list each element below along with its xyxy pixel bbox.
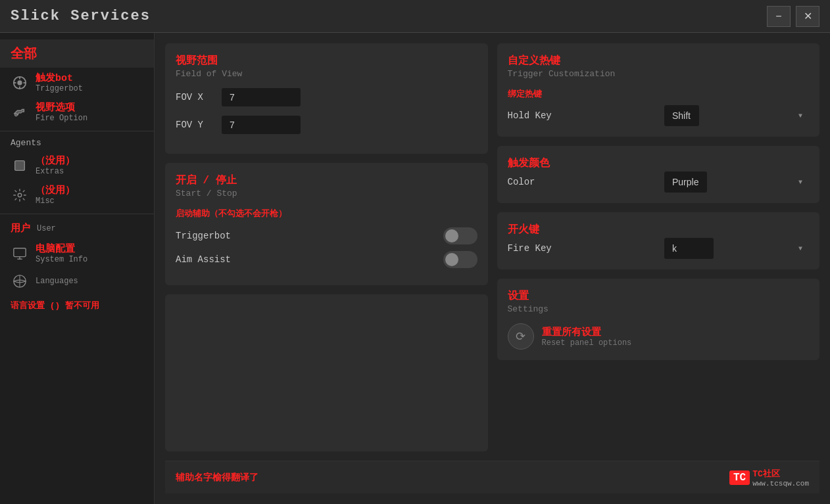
triggerbot-label-zh: 触发bot: [36, 72, 83, 84]
extras-label-en: Extras: [36, 167, 75, 176]
languages-label-en: Languages: [36, 277, 78, 286]
sidebar-item-misc-labels: （没用） Misc: [36, 184, 75, 206]
fov-x-label: FOV X: [176, 92, 215, 103]
sidebar-item-system-info-labels: 电脑配置 System Info: [36, 242, 87, 264]
aim-assist-toggle-label: Aim Assist: [176, 254, 231, 265]
fov-title-zh: 视野范围: [176, 54, 477, 68]
bottom-bar-text: 辅助名字榆得翻译了: [176, 472, 258, 484]
user-label-en: User: [37, 224, 56, 233]
gear-icon: [11, 186, 29, 204]
sidebar-user-header: 用户 User: [0, 218, 154, 239]
system-info-label-zh: 电脑配置: [36, 242, 87, 255]
monitor-icon: [11, 244, 29, 263]
misc-label-en: Misc: [36, 196, 75, 206]
target-icon: [11, 74, 29, 92]
hold-key-label: Hold Key: [508, 110, 552, 121]
fire-key-panel: 开火键 Fire Key k j l m LButton RButton: [497, 212, 820, 269]
tc-text-group: TC社区 www.tcsqw.com: [752, 468, 809, 488]
trigger-custom-panel: 自定义热键 Trigger Customization 绑定热键 Hold Ke…: [497, 43, 820, 137]
settings-title-en: Settings: [508, 304, 810, 314]
sidebar-item-triggerbot-labels: 触发bot Triggerbot: [36, 72, 83, 93]
fire-option-label-en: Fire Option: [36, 114, 87, 123]
color-row: Color Purple Red Blue Green Yellow: [508, 172, 810, 193]
fov-y-label: FOV Y: [176, 120, 215, 130]
fire-key-title-zh: 开火键: [508, 223, 810, 237]
fov-y-row: FOV Y: [176, 116, 477, 134]
aim-assist-toggle[interactable]: [443, 251, 477, 268]
color-label: Color: [508, 177, 535, 187]
color-dropdown-wrapper: Purple Red Blue Green Yellow: [664, 172, 809, 193]
hold-key-dropdown[interactable]: Shift Alt Ctrl Tab: [664, 105, 699, 126]
sidebar-item-system-info[interactable]: 电脑配置 System Info: [0, 239, 154, 268]
reset-icon-button[interactable]: ⟳: [508, 323, 534, 350]
sidebar: 全部 触发bot Triggerbot: [0, 33, 155, 504]
trigger-custom-title-zh: 自定义热键: [508, 54, 810, 68]
right-column: 自定义热键 Trigger Customization 绑定热键 Hold Ke…: [497, 43, 820, 451]
reset-text-zh: 重置所有设置: [542, 326, 632, 338]
start-stop-title-en: Start / Stop: [176, 189, 477, 198]
settings-panel: 设置 Settings ⟳ 重置所有设置 Reset panel options: [497, 279, 820, 360]
color-dropdown[interactable]: Purple Red Blue Green Yellow: [664, 172, 707, 193]
app-title: Slick Services: [11, 8, 151, 24]
title-bar: Slick Services − ✕: [0, 0, 830, 33]
aim-assist-toggle-row: Aim Assist: [176, 251, 477, 268]
bottom-bar: 辅助名字榆得翻译了 TC TC社区 www.tcsqw.com: [165, 461, 819, 493]
tc-logo: TC TC社区 www.tcsqw.com: [729, 468, 809, 488]
sidebar-all-button[interactable]: 全部: [0, 39, 154, 68]
misc-label-zh: （没用）: [36, 184, 75, 196]
tc-url: www.tcsqw.com: [752, 480, 809, 488]
start-stop-title-zh: 开启 / 停止: [176, 173, 477, 187]
hold-key-row: Hold Key Shift Alt Ctrl Tab: [508, 105, 810, 126]
reset-row: ⟳ 重置所有设置 Reset panel options: [508, 323, 810, 350]
triggerbot-toggle-row: Triggerbot: [176, 227, 477, 244]
svg-point-1: [17, 80, 22, 85]
triggerbot-toggle-label: Triggerbot: [176, 231, 231, 241]
triggerbot-toggle[interactable]: [443, 227, 477, 244]
bottom-left-panel: [165, 294, 488, 451]
hold-key-section-title: 绑定热键: [508, 88, 810, 100]
language-unavailable-text: 语言设置 () 暂不可用: [0, 294, 154, 317]
minimize-button[interactable]: −: [767, 6, 791, 27]
settings-title-zh: 设置: [508, 289, 810, 303]
sidebar-item-misc[interactable]: （没用） Misc: [0, 180, 154, 210]
sidebar-item-extras-labels: （没用） Extras: [36, 154, 75, 176]
fov-panel: 视野范围 Field of View FOV X FOV Y: [165, 43, 488, 154]
extras-label-zh: （没用）: [36, 154, 75, 167]
triggerbot-label-en: Triggerbot: [36, 84, 83, 93]
content-area: 视野范围 Field of View FOV X FOV Y 开启 / 停止 S…: [155, 33, 830, 504]
sidebar-item-languages[interactable]: Languages: [0, 268, 154, 294]
sidebar-item-extras[interactable]: （没用） Extras: [0, 150, 154, 180]
svg-rect-7: [15, 160, 25, 170]
start-stop-subtitle-zh: 启动辅助（不勾选不会开枪）: [176, 208, 477, 219]
sidebar-divider-2: [0, 214, 154, 214]
fire-key-dropdown-wrapper: k j l m LButton RButton: [664, 238, 809, 259]
reset-text-en: Reset panel options: [542, 338, 632, 348]
main-layout: 全部 触发bot Triggerbot: [0, 33, 830, 504]
fov-x-input[interactable]: [222, 88, 301, 106]
start-stop-panel: 开启 / 停止 Start / Stop 启动辅助（不勾选不会开枪） Trigg…: [165, 163, 488, 285]
sidebar-divider-1: [0, 131, 154, 131]
gun-icon: [11, 103, 29, 122]
close-button[interactable]: ✕: [796, 6, 819, 27]
reset-text-group: 重置所有设置 Reset panel options: [542, 326, 632, 348]
svg-rect-9: [14, 248, 26, 256]
lang-icon: [11, 272, 29, 290]
svg-point-6: [15, 113, 18, 116]
sidebar-item-fire-option-labels: 视野选项 Fire Option: [36, 101, 87, 123]
sidebar-item-fire-option[interactable]: 视野选项 Fire Option: [0, 97, 154, 127]
color-panel: 触发颜色 Color Purple Red Blue Green Yellow: [497, 146, 820, 203]
sidebar-item-triggerbot[interactable]: 触发bot Triggerbot: [0, 68, 154, 97]
box-icon: [11, 156, 29, 175]
agents-label: Agents: [0, 135, 154, 150]
tc-community: TC社区: [752, 468, 809, 480]
fire-key-label: Fire Key: [508, 243, 552, 254]
sidebar-item-languages-labels: Languages: [36, 277, 78, 286]
fov-y-input[interactable]: [222, 116, 301, 134]
trigger-custom-title-en: Trigger Customization: [508, 69, 810, 79]
window-controls: − ✕: [767, 6, 819, 27]
fov-title-en: Field of View: [176, 69, 477, 79]
fire-key-dropdown[interactable]: k j l m LButton RButton: [664, 238, 714, 259]
left-column: 视野范围 Field of View FOV X FOV Y 开启 / 停止 S…: [165, 43, 488, 451]
fire-key-row: Fire Key k j l m LButton RButton: [508, 238, 810, 259]
tc-badge: TC: [729, 470, 750, 485]
